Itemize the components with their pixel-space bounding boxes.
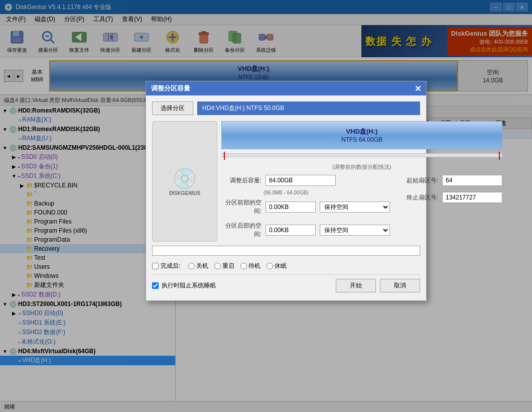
radio-shutdown-label: 关机	[196, 262, 208, 270]
radio-hibernate-label: 休眠	[275, 262, 287, 270]
modal-partition-type-size: NTFS 64.00GB	[341, 136, 382, 143]
disk-image: 💿 DISKGENIUS	[152, 121, 217, 242]
radio-hibernate[interactable]: 休眠	[267, 262, 287, 270]
modal-bottom: 执行时阻止系统睡眠 开始 取消	[152, 274, 420, 294]
modal-info-title: (调整前的数据分配情况)	[221, 163, 502, 171]
radio-standby-input[interactable]	[240, 263, 247, 269]
modal-right-col: 起始扇区号: 终止扇区号:	[398, 175, 502, 242]
end-sector-input[interactable]	[442, 192, 502, 203]
no-sleep-checkbox[interactable]	[152, 282, 159, 289]
form-row-after-space: 分区后部的空间: 保持空间	[221, 222, 390, 239]
start-sector-label: 起始扇区号:	[398, 176, 438, 185]
radio-restart[interactable]: 重启	[214, 262, 234, 270]
complete-checkbox-group: 完成后:	[152, 262, 180, 270]
end-sector-label: 终止扇区号:	[398, 193, 438, 202]
radio-standby-label: 待机	[248, 262, 260, 270]
radio-hibernate-input[interactable]	[267, 263, 273, 269]
disk-image-icon: 💿	[169, 167, 200, 190]
modal-left-col: 调整后容量: (96.0MB - 64.00GB) 分区前部的空间: 保持空间	[221, 175, 390, 242]
before-space-label: 分区前部的空间:	[221, 198, 261, 216]
modal-options: 完成后: 关机 重启 待机	[152, 262, 420, 270]
form-row-adjust-size: 调整后容量:	[221, 175, 390, 186]
no-sleep-label: 执行时阻止系统睡眠	[162, 281, 216, 290]
form-row-before-space: 分区前部的空间: 保持空间	[221, 198, 390, 216]
complete-label: 完成后:	[161, 262, 180, 270]
adjust-size-hint: (96.0MB - 64.00GB)	[221, 190, 390, 195]
modal-visual-area: 💿 DISKGENIUS VHD盘(H:) NTFS 64.00GB	[152, 121, 420, 242]
modal-close-btn[interactable]: ✕	[415, 84, 421, 93]
modal-adjust-partition: 调整分区容量 ✕ 选择分区 HD4:VHD盘(H:) NTFS 50.0GB 💿…	[146, 81, 427, 301]
slider-handle-right[interactable]	[499, 152, 500, 160]
radio-group: 关机 重启 待机 休眠	[188, 262, 287, 270]
slider-handle-left[interactable]	[224, 152, 225, 160]
after-space-select[interactable]: 保持空间	[320, 225, 390, 236]
modal-bottom-left: 执行时阻止系统睡眠	[152, 281, 216, 290]
modal-right-section: VHD盘(H:) NTFS 64.00GB (调整前的数据分配情况)	[221, 121, 502, 242]
start-button[interactable]: 开始	[336, 279, 376, 292]
radio-shutdown-input[interactable]	[188, 263, 195, 269]
modal-form-area: 调整后容量: (96.0MB - 64.00GB) 分区前部的空间: 保持空间	[221, 175, 502, 242]
after-space-input[interactable]	[265, 225, 316, 236]
diskgenius-label: DISKGENIUS	[169, 190, 200, 196]
modal-top-row: 选择分区 HD4:VHD盘(H:) NTFS 50.0GB	[152, 101, 420, 115]
cancel-button[interactable]: 取消	[380, 279, 420, 292]
complete-checkbox[interactable]	[152, 263, 159, 269]
form-row-start-sector: 起始扇区号:	[398, 175, 502, 186]
modal-partition-name: VHD盘(H:)	[346, 127, 378, 136]
before-space-select[interactable]: 保持空间	[320, 201, 390, 213]
modal-slider[interactable]	[221, 153, 502, 157]
adjust-size-label: 调整后容量:	[221, 176, 261, 185]
modal-progress-bar	[152, 246, 420, 256]
before-space-input[interactable]	[265, 201, 316, 213]
form-row-end-sector: 终止扇区号:	[398, 192, 502, 203]
modal-partition-visual[interactable]: VHD盘(H:) NTFS 64.00GB	[221, 121, 502, 149]
radio-standby[interactable]: 待机	[240, 262, 260, 270]
radio-restart-input[interactable]	[214, 263, 221, 269]
modal-title-text: 调整分区容量	[151, 84, 190, 93]
partition-label-text: HD4:VHD盘(H:) NTFS 50.0GB	[202, 104, 284, 113]
radio-shutdown[interactable]: 关机	[188, 262, 208, 270]
adjust-size-input[interactable]	[265, 175, 336, 186]
after-space-label: 分区后部的空间:	[221, 222, 261, 239]
modal-bottom-right: 开始 取消	[336, 279, 420, 292]
select-partition-button[interactable]: 选择分区	[152, 101, 193, 115]
modal-title-bar: 调整分区容量 ✕	[146, 81, 426, 95]
radio-restart-label: 重启	[222, 262, 234, 270]
start-sector-input[interactable]	[442, 175, 502, 186]
modal-overlay: 调整分区容量 ✕ 选择分区 HD4:VHD盘(H:) NTFS 50.0GB 💿…	[0, 0, 532, 412]
modal-body: 选择分区 HD4:VHD盘(H:) NTFS 50.0GB 💿 DISKGENI…	[146, 95, 426, 300]
partition-label-box: HD4:VHD盘(H:) NTFS 50.0GB	[197, 101, 420, 115]
